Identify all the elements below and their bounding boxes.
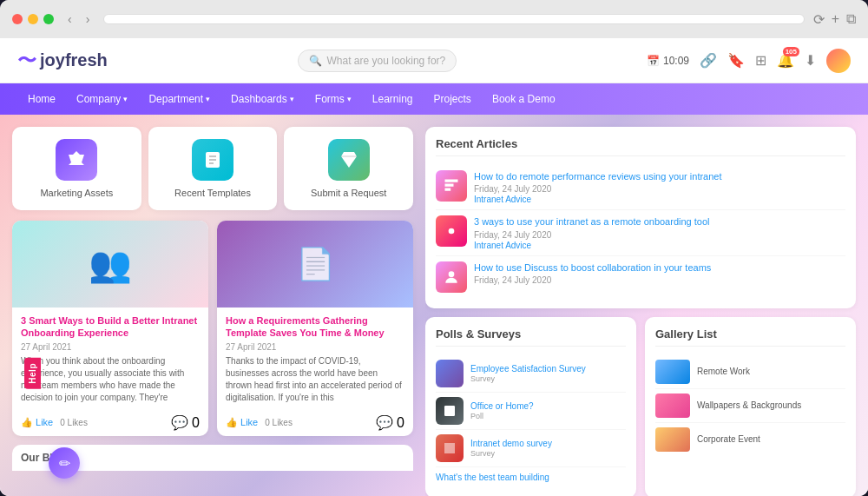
recent-articles-title: Recent Articles [436,137,845,156]
gallery-label-2[interactable]: Wallpapers & Backgrounds [697,400,801,410]
nav-dashboards[interactable]: Dashboards ▾ [220,83,305,115]
nav-forms-label: Forms [315,93,345,105]
article-info-1: How to do remote performance reviews usi… [474,170,845,204]
company-chevron-icon: ▾ [123,95,128,103]
article-thumb-1 [436,170,467,202]
quick-link-request[interactable]: Submit a Request [284,127,413,210]
blog-date-1: 27 April 2021 [21,342,200,352]
quick-link-templates[interactable]: Recent Templates [148,127,278,210]
gallery-item-2: Wallpapers & Backgrounds [655,389,845,423]
article-title-1[interactable]: How to do remote performance reviews usi… [474,170,845,182]
forward-button[interactable]: › [81,9,95,30]
poll-thumb-1 [436,360,464,387]
svg-rect-6 [444,406,455,416]
poll-title-1[interactable]: Employee Satisfaction Survey [470,363,586,374]
request-label: Submit a Request [311,188,386,198]
minimize-dot[interactable] [28,14,38,24]
main-content: Help Marketing Assets [0,115,868,496]
download-icon[interactable]: ⬇ [805,52,816,69]
blog-likes-1: 👍 Like 0 Likes [21,417,88,428]
article-category-1[interactable]: Intranet Advice [474,195,845,204]
site-header: 〜 joyfresh 🔍 What are you looking for? 📅… [0,38,868,83]
back-button[interactable]: ‹ [62,9,77,30]
nav-book-demo-label: Book a Demo [492,93,556,105]
nav-learning[interactable]: Learning [362,83,424,115]
blog-title-2[interactable]: How a Requirements Gathering Template Sa… [226,314,404,340]
left-panel: Marketing Assets Recent Templates Submit… [0,115,425,496]
article-info-2: 3 ways to use your intranet as a remote … [474,215,845,249]
comment-count-2: 💬 0 [376,414,404,431]
marketing-label: Marketing Assets [40,188,113,198]
nav-home-label: Home [28,93,56,105]
poll-title-3[interactable]: Intranet demo survey [470,438,552,449]
close-dot[interactable] [12,14,23,24]
nav-forms[interactable]: Forms ▾ [305,83,362,115]
comment-count-1: 💬 0 [171,414,200,431]
blog-title-1[interactable]: 3 Smart Ways to Build a Better Intranet … [21,314,200,340]
blog-content-2: How a Requirements Gathering Template Sa… [217,308,413,411]
poll-type-1: Survey [470,374,586,383]
poll-thumb-2 [436,397,464,425]
poll-item-3: Intranet demo survey Survey [436,430,626,467]
search-placeholder: What are you looking for? [327,55,446,67]
gallery-thumb-1 [655,360,690,384]
grid-icon[interactable]: ⊞ [755,52,766,69]
blog-excerpt-2: Thanks to the impact of COVID-19, busine… [226,355,404,404]
quick-link-marketing[interactable]: Marketing Assets [12,127,141,210]
article-thumb-2 [436,215,467,247]
right-panel: Recent Articles How to do remote perform… [425,115,868,496]
nav-department[interactable]: Department ▾ [138,83,220,115]
nav-company-label: Company [76,93,121,105]
fab-button[interactable]: ✏ [49,447,80,479]
maximize-dot[interactable] [43,14,54,24]
link-icon[interactable]: 🔗 [700,52,717,69]
article-title-2[interactable]: 3 ways to use your intranet as a remote … [474,215,845,228]
nav-company[interactable]: Company ▾ [66,83,138,115]
like-icon-2[interactable]: 👍 Like [226,417,258,428]
request-icon [328,139,370,181]
gallery-label-1[interactable]: Remote Work [697,367,750,376]
nav-projects[interactable]: Projects [424,83,482,115]
article-thumb-3 [436,261,467,293]
department-chevron-icon: ▾ [206,95,210,103]
article-date-3: Friday, 24 July 2020 [474,275,845,285]
article-title-3[interactable]: How to use Discuss to boost collaboratio… [474,261,845,274]
svg-point-4 [449,228,455,235]
article-item-3: How to use Discuss to boost collaboratio… [436,256,845,298]
poll-title-2[interactable]: Office or Home? [470,400,534,412]
polls-title: Polls & Surveys [436,327,626,347]
dashboards-chevron-icon: ▾ [290,95,294,103]
search-bar[interactable]: 🔍 What are you looking for? [298,50,457,72]
bookmark-icon[interactable]: 🔖 [727,52,745,69]
help-sidebar-tab[interactable]: Help [24,358,41,389]
nav-home[interactable]: Home [17,83,66,115]
blog-footer-1: 👍 Like 0 Likes 💬 0 [12,411,208,436]
blog-posts: 👥 3 Smart Ways to Build a Better Intrane… [12,221,413,436]
like-icon-1[interactable]: 👍 Like [21,417,53,428]
blog-card-1: 👥 3 Smart Ways to Build a Better Intrane… [12,221,208,436]
url-bar[interactable] [103,14,804,24]
help-button[interactable]: Help [24,358,41,389]
window-button[interactable]: ⧉ [846,11,856,28]
nav-book-demo[interactable]: Book a Demo [482,83,566,115]
user-avatar[interactable] [826,49,851,73]
gallery-item-3: Corporate Event [655,423,845,456]
browser-titlebar: ‹ › ⟳ + ⧉ [0,0,868,38]
article-category-2[interactable]: Intranet Advice [474,241,845,250]
poll-info-3: Intranet demo survey Survey [470,438,552,458]
article-date-2: Friday, 24 July 2020 [474,230,845,240]
gallery-thumb-3 [655,427,690,452]
new-tab-button[interactable]: + [832,11,839,28]
poll-item-4: What's the best team building [436,467,626,487]
notification-bell[interactable]: 🔔 105 [777,52,794,69]
poll-item-1: Employee Satisfaction Survey Survey [436,355,626,393]
browser-action-buttons: ⟳ + ⧉ [813,11,856,28]
like-count-1: 0 Likes [60,418,88,427]
gallery-label-3[interactable]: Corporate Event [697,434,760,444]
time-display: 10:09 [663,55,689,67]
fab-icon: ✏ [59,455,70,472]
reload-button[interactable]: ⟳ [813,11,825,28]
poll-title-4[interactable]: What's the best team building [436,472,549,483]
browser-nav-buttons: ‹ › [62,9,95,30]
logo[interactable]: 〜 joyfresh [17,48,108,74]
